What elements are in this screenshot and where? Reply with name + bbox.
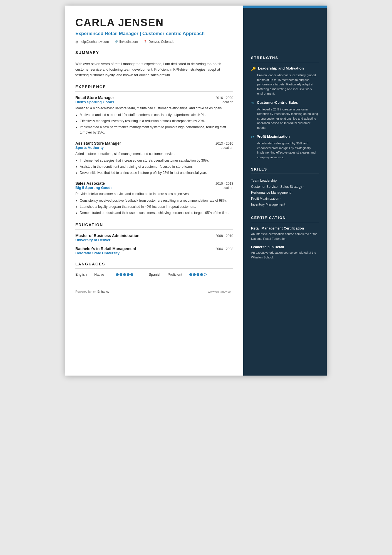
footer: Powered by ∞ Enhancv www.enhancv.com bbox=[75, 285, 233, 294]
certification-section: CERTIFICATION Retail Management Certific… bbox=[251, 216, 319, 260]
exp-desc-3: Provided stellar customer service and co… bbox=[75, 191, 233, 196]
dot-1-2 bbox=[120, 273, 122, 276]
email-value: help@enhancv.com bbox=[80, 40, 109, 44]
cert-title-1: Retail Management Certification bbox=[251, 226, 319, 231]
skill-line-2: Customer Service · Sales Strategy · bbox=[251, 184, 319, 190]
edu-header-2: Bachelor's in Retail Management 2004 - 2… bbox=[75, 246, 233, 251]
lang-dots-2 bbox=[189, 273, 207, 276]
strength-title-2: Customer-Centric Sales bbox=[257, 100, 298, 105]
lang-name-1: English bbox=[75, 273, 92, 277]
exp-item-3: Sales Associate 2010 - 2013 Big 5 Sporti… bbox=[75, 181, 233, 216]
summary-text: With over seven years of retail manageme… bbox=[75, 61, 233, 78]
exp-item-2: Assistant Store Manager 2013 - 2016 Spor… bbox=[75, 141, 233, 176]
strength-desc-1: Proven leader who has successfully guide… bbox=[251, 73, 319, 96]
experience-divider bbox=[75, 91, 233, 92]
bullet-2-3: Drove initiatives that led to an increas… bbox=[80, 170, 233, 176]
lang-row-1: English Native Spanish Proficient bbox=[75, 273, 233, 277]
lang-level-1: Native bbox=[94, 273, 114, 277]
exp-title-2: Assistant Store Manager bbox=[75, 141, 121, 145]
strength-item-1: 🔑 Leadership and Motivation Proven leade… bbox=[251, 66, 319, 96]
bullet-1-2: Effectively managed inventory resulting … bbox=[80, 119, 233, 124]
email-icon: @ bbox=[75, 40, 78, 43]
lang-dots-1 bbox=[116, 273, 133, 276]
exp-title-1: Retail Store Manager bbox=[75, 95, 114, 100]
edu-date-2: 2004 - 2008 bbox=[215, 247, 233, 251]
bullet-3-1: Consistently received positive feedback … bbox=[80, 198, 233, 203]
skill-line-4: Profit Maximization · bbox=[251, 196, 319, 202]
exp-desc-1: Managed a high-achieving in-store team, … bbox=[75, 106, 233, 111]
exp-header-2: Assistant Store Manager 2013 - 2016 bbox=[75, 141, 233, 145]
skill-text-3: Performance Management · bbox=[251, 190, 292, 196]
location-contact: 📍 Denver, Colorado bbox=[143, 40, 174, 44]
strengths-divider bbox=[251, 62, 319, 62]
strength-item-2: ☆ Customer-Centric Sales Achieved a 25% … bbox=[251, 100, 319, 130]
skills-list: Team Leadership · Customer Service · Sal… bbox=[251, 178, 319, 208]
lang-name-2: Spanish bbox=[149, 273, 165, 277]
experience-section: EXPERIENCE Retail Store Manager 2016 - 2… bbox=[75, 85, 233, 216]
dot-1-1 bbox=[116, 273, 119, 276]
strength-desc-3: Accelerated sales growth by 35% and enha… bbox=[251, 141, 319, 159]
summary-section: SUMMARY With over seven years of retail … bbox=[75, 50, 233, 78]
strength-header-1: 🔑 Leadership and Motivation bbox=[251, 66, 319, 71]
brand-name: Enhancv bbox=[97, 290, 109, 293]
summary-title: SUMMARY bbox=[75, 50, 233, 55]
edu-header-1: Master of Business Administration 2008 -… bbox=[75, 233, 233, 238]
cert-desc-2: An executive education course completed … bbox=[251, 250, 319, 260]
skills-title: SKILLS bbox=[251, 167, 319, 171]
footer-brand: Powered by ∞ Enhancv bbox=[75, 290, 109, 294]
exp-date-3: 2010 - 2013 bbox=[215, 182, 233, 186]
exp-header-3: Sales Associate 2010 - 2013 bbox=[75, 181, 233, 186]
candidate-name: CARLA JENSEN bbox=[75, 17, 233, 29]
education-section: EDUCATION Master of Business Administrat… bbox=[75, 223, 233, 255]
skills-section: SKILLS Team Leadership · Customer Servic… bbox=[251, 167, 319, 208]
linkedin-value: linkedin.com bbox=[120, 40, 138, 44]
resume-wrapper: CARLA JENSEN Experienced Retail Manager … bbox=[65, 6, 327, 376]
exp-bullets-3: Consistently received positive feedback … bbox=[75, 198, 233, 216]
linkedin-icon: 🔗 bbox=[115, 40, 118, 43]
bullet-2-1: Implemented strategies that increased ou… bbox=[80, 158, 233, 163]
bullet-1-1: Motivated and led a team of 10+ staff me… bbox=[80, 112, 233, 118]
exp-date-1: 2016 - 2020 bbox=[215, 96, 233, 100]
certification-divider bbox=[251, 222, 319, 222]
skills-divider bbox=[251, 174, 319, 174]
bullet-3-3: Demonstrated products and their use to c… bbox=[80, 210, 233, 216]
candidate-title: Experienced Retail Manager | Customer-ce… bbox=[75, 30, 233, 37]
exp-company-3: Big 5 Sporting Goods bbox=[75, 186, 113, 190]
exp-company-row-2: Sports Authority Location bbox=[75, 145, 233, 150]
header: CARLA JENSEN Experienced Retail Manager … bbox=[75, 17, 233, 44]
exp-header-1: Retail Store Manager 2016 - 2020 bbox=[75, 95, 233, 100]
exp-desc-2: Aided in store operations, staff managem… bbox=[75, 151, 233, 156]
exp-bullets-2: Implemented strategies that increased ou… bbox=[75, 158, 233, 176]
exp-company-2: Sports Authority bbox=[75, 145, 104, 150]
linkedin-contact: 🔗 linkedin.com bbox=[115, 40, 138, 44]
skill-text-2: Customer Service · Sales Strategy · bbox=[251, 184, 304, 190]
dot-1-3 bbox=[123, 273, 126, 276]
edu-item-2: Bachelor's in Retail Management 2004 - 2… bbox=[75, 246, 233, 255]
exp-location-3: Location bbox=[221, 186, 233, 190]
exp-location-2: Location bbox=[221, 146, 233, 150]
languages-divider bbox=[75, 268, 233, 269]
contact-info: @ help@enhancv.com 🔗 linkedin.com 📍 Denv… bbox=[75, 40, 233, 44]
dot-1-4 bbox=[127, 273, 130, 276]
languages-section: LANGUAGES English Native Spanish Profici… bbox=[75, 262, 233, 277]
strengths-section: STRENGTHS 🔑 Leadership and Motivation Pr… bbox=[251, 56, 319, 159]
exp-item-1: Retail Store Manager 2016 - 2020 Dick's … bbox=[75, 95, 233, 135]
strength-item-3: ✂ Profit Maximization Accelerated sales … bbox=[251, 134, 319, 159]
skill-line-1: Team Leadership · bbox=[251, 178, 319, 184]
lang-level-2: Proficient bbox=[168, 273, 187, 277]
exp-company-row-3: Big 5 Sporting Goods Location bbox=[75, 186, 233, 190]
footer-website: www.enhancv.com bbox=[208, 290, 233, 293]
strength-desc-2: Achieved a 25% increase in customer rete… bbox=[251, 107, 319, 130]
dot-1-5 bbox=[130, 273, 133, 276]
exp-location-1: Location bbox=[221, 100, 233, 104]
dot-2-5 bbox=[204, 273, 207, 276]
location-icon: 📍 bbox=[143, 40, 147, 43]
skill-line-3: Performance Management · bbox=[251, 190, 319, 196]
edu-school-1: University of Denver bbox=[75, 238, 233, 242]
summary-divider bbox=[75, 57, 233, 57]
strength-title-1: Leadership and Motivation bbox=[258, 66, 304, 71]
left-column: CARLA JENSEN Experienced Retail Manager … bbox=[65, 6, 243, 376]
enhancv-logo-icon: ∞ bbox=[93, 290, 96, 294]
skill-text-1: Team Leadership · bbox=[251, 178, 279, 184]
skill-text-4: Profit Maximization · bbox=[251, 196, 281, 202]
